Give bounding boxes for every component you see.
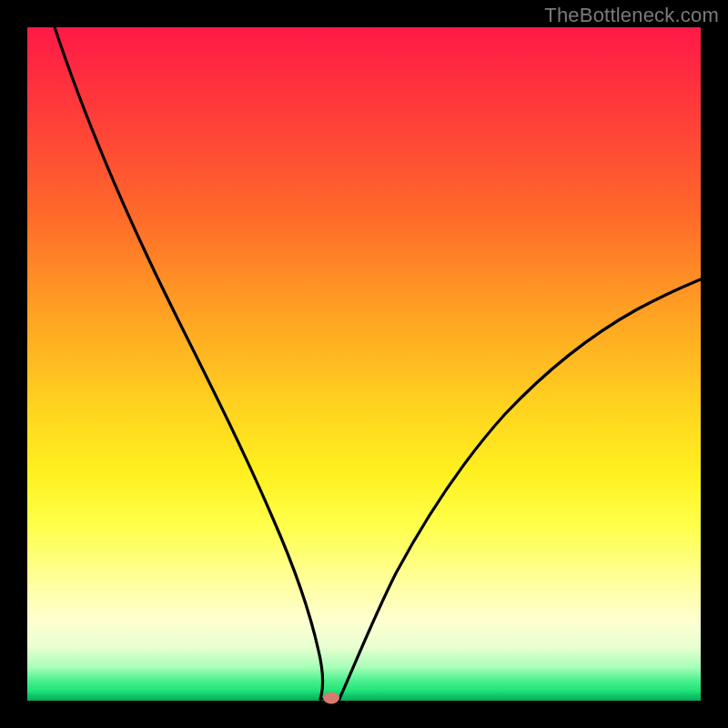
- curve-left-branch: [55, 27, 323, 699]
- minimum-marker: [323, 693, 339, 704]
- chart-frame: TheBottleneck.com: [0, 0, 728, 728]
- curve-right-branch: [339, 279, 701, 699]
- watermark-text: TheBottleneck.com: [544, 4, 719, 27]
- bottleneck-curve: [27, 27, 701, 701]
- plot-area: [27, 27, 701, 701]
